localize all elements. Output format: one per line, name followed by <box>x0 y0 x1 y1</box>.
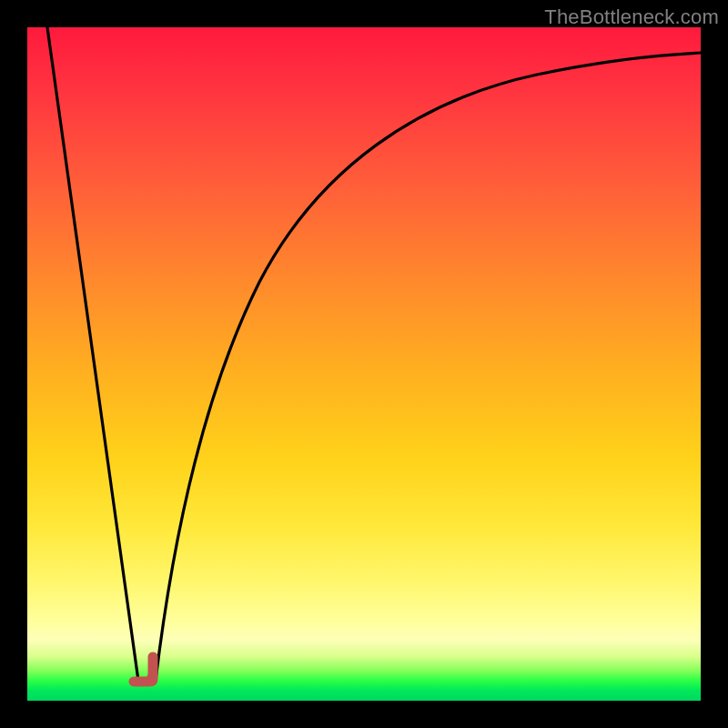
left-descending-line <box>47 27 138 681</box>
chart-svg <box>27 27 701 701</box>
chart-frame: TheBottleneck.com <box>0 0 728 728</box>
right-rising-curve <box>156 53 701 681</box>
vertex-marker <box>129 652 157 686</box>
plot-area <box>27 27 701 701</box>
watermark-text: TheBottleneck.com <box>544 5 719 29</box>
